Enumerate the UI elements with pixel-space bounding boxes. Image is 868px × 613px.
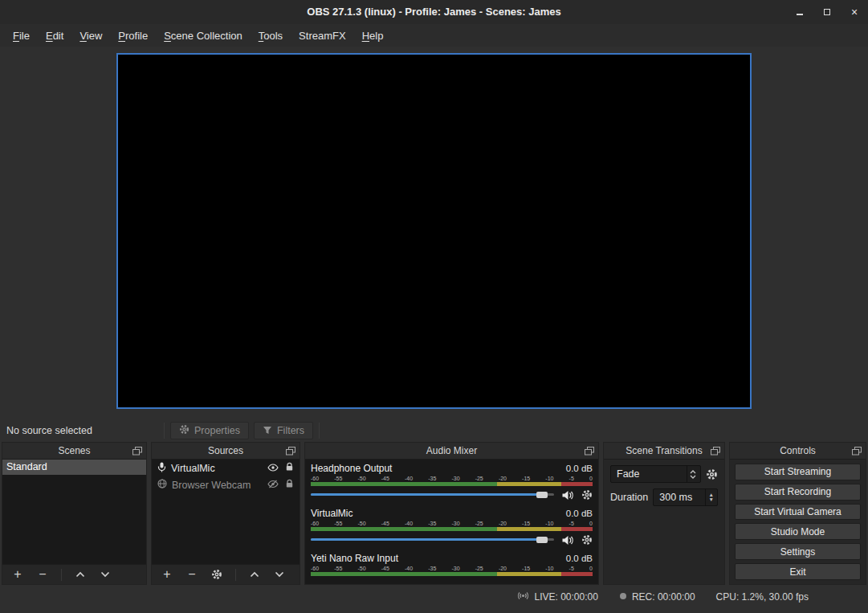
visible-eye-icon[interactable]	[267, 463, 279, 474]
scale-tick: -30	[451, 521, 459, 526]
menu-scene-collection[interactable]: Scene Collection	[156, 27, 251, 45]
volume-slider-handle[interactable]	[536, 492, 548, 498]
scale-tick: -25	[475, 521, 483, 526]
scale-tick: -30	[451, 566, 459, 571]
mixer-channel-virtualmic: VirtualMic 0.0 dB -60-55-50-45-40-35-30-…	[311, 508, 593, 546]
scale-tick: -60	[311, 521, 319, 526]
hidden-eye-slash-icon[interactable]	[267, 480, 279, 491]
remove-scene-icon[interactable]: −	[36, 568, 49, 581]
scenes-header[interactable]: Scenes	[2, 443, 146, 460]
volume-slider[interactable]	[311, 534, 554, 546]
combo-spinner-icons[interactable]	[687, 466, 699, 482]
scene-item[interactable]: Standard	[2, 460, 146, 475]
db-scale: -60-55-50-45-40-35-30-25-20-15-10-50	[311, 519, 593, 526]
scale-tick: 0	[589, 521, 593, 526]
statusbar: LIVE: 00:00:00 REC: 00:00:00 CPU: 1.2%, …	[0, 585, 868, 608]
add-scene-icon[interactable]: +	[11, 568, 24, 581]
mixer-channel-headphone-output: Headphone Output 0.0 dB -60-55-50-45-40-…	[311, 463, 593, 501]
speaker-mute-icon[interactable]	[561, 535, 574, 546]
db-scale: -60-55-50-45-40-35-30-25-20-15-10-50	[311, 564, 593, 571]
exit-button[interactable]: Exit	[735, 563, 861, 580]
transition-value: Fade	[617, 468, 640, 480]
scale-tick: -35	[428, 521, 436, 526]
audio-mixer-header[interactable]: Audio Mixer	[305, 443, 598, 460]
spinbox-arrow-icons[interactable]: ▲▼	[705, 489, 717, 505]
preview-area	[0, 47, 868, 419]
scale-tick: -5	[569, 476, 574, 481]
popout-icon[interactable]	[132, 446, 142, 458]
properties-button[interactable]: Properties	[170, 422, 249, 439]
minimize-icon[interactable]	[794, 6, 805, 18]
menu-edit[interactable]: Edit	[38, 27, 71, 45]
start-recording-button[interactable]: Start Recording	[735, 484, 861, 501]
scale-tick: -5	[569, 521, 574, 526]
source-label: Browser Webcam	[172, 480, 251, 491]
menu-help[interactable]: Help	[354, 27, 392, 45]
microphone-icon	[157, 462, 166, 475]
source-row-virtualmic[interactable]: VirtualMic	[152, 460, 300, 476]
controls-panel: Controls Start Streaming Start Recording…	[729, 442, 866, 585]
source-row-browser-webcam[interactable]: Browser Webcam	[152, 476, 300, 493]
scale-tick: -55	[334, 521, 342, 526]
volume-slider[interactable]	[311, 489, 554, 501]
menu-tools[interactable]: Tools	[251, 27, 291, 45]
footer-separator	[61, 569, 62, 581]
controls-title: Controls	[780, 445, 816, 456]
popout-icon[interactable]	[711, 446, 720, 458]
transition-select[interactable]: Fade	[610, 465, 701, 483]
popout-icon[interactable]	[585, 446, 594, 458]
move-source-up-icon[interactable]	[248, 568, 261, 581]
start-virtual-camera-button[interactable]: Start Virtual Camera	[735, 504, 861, 521]
popout-icon[interactable]	[286, 446, 295, 458]
toolbar-separator	[319, 423, 320, 439]
channel-settings-gear-icon[interactable]	[581, 534, 593, 546]
menu-file[interactable]: File	[5, 27, 38, 45]
menu-streamfx[interactable]: StreamFX	[291, 27, 354, 45]
controls-header[interactable]: Controls	[730, 443, 866, 460]
duration-label: Duration	[610, 492, 648, 503]
scale-tick: -20	[499, 476, 507, 481]
sources-header[interactable]: Sources	[152, 443, 300, 460]
globe-icon	[157, 479, 167, 491]
audio-mixer-panel: Audio Mixer Headphone Output 0.0 dB -60-…	[304, 442, 599, 585]
speaker-mute-icon[interactable]	[561, 490, 574, 501]
menu-view[interactable]: View	[71, 27, 110, 45]
mixer-channel-yeti-nano: Yeti Nano Raw Input 0.0 dB -60-55-50-45-…	[311, 553, 593, 576]
transition-settings-gear-icon[interactable]	[706, 468, 718, 480]
add-source-icon[interactable]: +	[161, 568, 173, 581]
move-scene-down-icon[interactable]	[99, 568, 112, 581]
lock-icon[interactable]	[285, 479, 294, 491]
scale-tick: -10	[545, 566, 553, 571]
settings-button[interactable]: Settings	[735, 543, 861, 560]
filters-icon	[263, 425, 272, 437]
dock-row: Scenes Standard + − Sources	[0, 442, 868, 585]
scale-tick: -30	[451, 476, 459, 481]
live-time: LIVE: 00:00:00	[534, 591, 597, 603]
filters-button[interactable]: Filters	[254, 422, 313, 439]
move-scene-up-icon[interactable]	[74, 568, 87, 581]
volume-slider-handle[interactable]	[536, 537, 548, 543]
popout-icon[interactable]	[852, 446, 862, 458]
close-icon[interactable]: ×	[849, 6, 860, 18]
studio-mode-button[interactable]: Studio Mode	[735, 523, 861, 540]
scale-tick: -40	[405, 476, 413, 481]
scale-tick: -20	[499, 521, 507, 526]
sources-panel: Sources VirtualMic	[151, 442, 300, 585]
move-source-down-icon[interactable]	[273, 568, 286, 581]
duration-spinbox[interactable]: 300 ms ▲▼	[653, 488, 718, 506]
menu-profile[interactable]: Profile	[110, 27, 156, 45]
maximize-icon[interactable]	[821, 6, 833, 18]
lock-icon[interactable]	[285, 462, 294, 474]
cpu-fps-stats: CPU: 1.2%, 30.00 fps	[716, 591, 809, 603]
channel-settings-gear-icon[interactable]	[581, 489, 593, 501]
source-toolbar: No source selected Properties Filters	[0, 419, 868, 442]
scene-transitions-panel: Scene Transitions Fade	[603, 442, 725, 585]
remove-source-icon[interactable]: −	[185, 568, 198, 581]
scene-transitions-header[interactable]: Scene Transitions	[604, 443, 724, 460]
source-properties-gear-icon[interactable]	[210, 568, 223, 581]
preview-canvas[interactable]	[116, 53, 752, 409]
live-status: LIVE: 00:00:00	[517, 591, 597, 603]
scale-tick: -45	[381, 566, 389, 571]
footer-separator	[235, 569, 236, 581]
start-streaming-button[interactable]: Start Streaming	[735, 464, 861, 480]
